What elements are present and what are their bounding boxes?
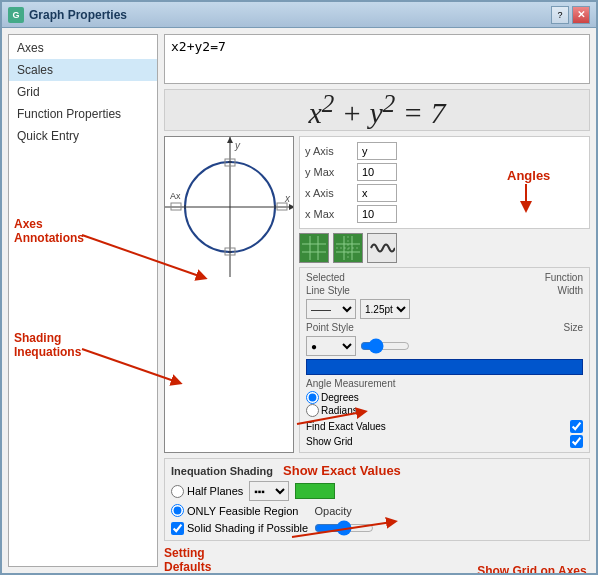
find-exact-values-checkbox-label[interactable]: Find Exact Values bbox=[306, 421, 386, 432]
radians-radio-label[interactable]: Radians bbox=[306, 404, 358, 417]
y-max-label: y Max bbox=[305, 166, 351, 178]
feasible-region-radio[interactable] bbox=[171, 504, 184, 517]
point-style-label: Point Style bbox=[306, 322, 354, 333]
icon-buttons-row bbox=[299, 233, 590, 263]
function-label: Function bbox=[545, 272, 583, 283]
radians-radio[interactable] bbox=[306, 404, 319, 417]
sidebar-item-axes[interactable]: Axes bbox=[9, 37, 157, 59]
app-icon: G bbox=[8, 7, 24, 23]
line-style-label: Line Style bbox=[306, 285, 350, 296]
grid-icon-button[interactable] bbox=[299, 233, 329, 263]
right-area: x2 + y2 = 7 x bbox=[164, 34, 590, 567]
svg-text:y: y bbox=[234, 140, 241, 151]
sidebar-item-function-properties[interactable]: Function Properties bbox=[9, 103, 157, 125]
footer-row: SettingDefaults Set As Default Show Grid… bbox=[164, 546, 590, 575]
graph-svg: x y Ax bbox=[165, 137, 294, 277]
title-bar: G Graph Properties ? ✕ bbox=[2, 2, 596, 28]
point-style-row: Point Style Size bbox=[306, 322, 583, 333]
color-bar[interactable] bbox=[306, 359, 583, 375]
line-style-section: Selected Function Line Style Width —— - … bbox=[299, 267, 590, 453]
shade-style-select[interactable]: ▪▪▪ bbox=[249, 481, 289, 501]
wave-icon-button[interactable] bbox=[367, 233, 397, 263]
svg-marker-2 bbox=[289, 204, 294, 210]
help-button[interactable]: ? bbox=[551, 6, 569, 24]
sidebar-item-quick-entry[interactable]: Quick Entry bbox=[9, 125, 157, 147]
sidebar-item-scales[interactable]: Scales bbox=[9, 59, 157, 81]
rendered-equation-area: x2 + y2 = 7 bbox=[164, 89, 590, 131]
y-axis-label: y Axis bbox=[305, 145, 351, 157]
window: G Graph Properties ? ✕ Axes Scales Grid … bbox=[0, 0, 598, 575]
size-label: Size bbox=[564, 322, 583, 333]
equation-input[interactable] bbox=[171, 39, 583, 54]
sidebar-item-grid[interactable]: Grid bbox=[9, 81, 157, 103]
line-width-select[interactable]: 1.25pt 1pt 2pt bbox=[360, 299, 410, 319]
title-buttons: ? ✕ bbox=[551, 6, 590, 24]
feasible-region-label[interactable]: ONLY Feasible Region bbox=[171, 504, 299, 517]
axis-settings: y Axis y Max x Axis x Max bbox=[299, 136, 590, 229]
width-label: Width bbox=[557, 285, 583, 296]
find-exact-values-checkbox[interactable] bbox=[570, 420, 583, 433]
svg-text:Ax: Ax bbox=[170, 191, 181, 201]
inequation-title: Inequation Shading bbox=[171, 465, 273, 477]
grid2-icon-button[interactable] bbox=[333, 233, 363, 263]
inequation-section: Inequation Shading Show Exact Values Hal… bbox=[164, 458, 590, 541]
solid-shading-label[interactable]: Solid Shading if Possible bbox=[171, 522, 308, 535]
size-slider[interactable] bbox=[360, 338, 410, 354]
x-axis-input[interactable] bbox=[357, 184, 397, 202]
selected-label: Selected bbox=[306, 272, 345, 283]
main-content: Axes Scales Grid Function Properties Qui… bbox=[2, 28, 596, 573]
sidebar: Axes Scales Grid Function Properties Qui… bbox=[8, 34, 158, 567]
controls-row: x y Ax bbox=[164, 136, 590, 453]
rendered-equation: x2 + y2 = 7 bbox=[308, 90, 445, 130]
svg-rect-16 bbox=[302, 236, 326, 260]
x-max-input[interactable] bbox=[357, 205, 397, 223]
x-axis-row: x Axis bbox=[305, 184, 584, 202]
close-button[interactable]: ✕ bbox=[572, 6, 590, 24]
y-axis-row: y Axis bbox=[305, 142, 584, 160]
show-grid-checkbox-label[interactable]: Show Grid bbox=[306, 436, 353, 447]
grid-icon bbox=[301, 235, 327, 261]
y-max-input[interactable] bbox=[357, 163, 397, 181]
x-axis-label: x Axis bbox=[305, 187, 351, 199]
x-max-label: x Max bbox=[305, 208, 351, 220]
solid-shading-checkbox[interactable] bbox=[171, 522, 184, 535]
svg-marker-3 bbox=[227, 137, 233, 143]
x-max-row: x Max bbox=[305, 205, 584, 223]
show-exact-values-annotation: Show Exact Values bbox=[283, 463, 401, 478]
angle-measurement-label: Angle Measurement bbox=[306, 378, 583, 389]
half-planes-radio[interactable] bbox=[171, 485, 184, 498]
svg-text:x: x bbox=[284, 193, 291, 204]
opacity-label: Opacity bbox=[315, 505, 352, 517]
opacity-slider[interactable] bbox=[314, 520, 374, 536]
wave-icon bbox=[369, 235, 395, 261]
equation-input-area bbox=[164, 34, 590, 84]
y-axis-input[interactable] bbox=[357, 142, 397, 160]
setting-defaults-annotation: SettingDefaults bbox=[164, 546, 256, 574]
y-max-row: y Max bbox=[305, 163, 584, 181]
show-grid-on-axes-annotation: Show Grid on Axes bbox=[477, 564, 587, 575]
graph-canvas: x y Ax bbox=[164, 136, 294, 453]
window-title: Graph Properties bbox=[29, 8, 127, 22]
line-style-select[interactable]: —— - - - ··· bbox=[306, 299, 356, 319]
green-color-swatch bbox=[295, 483, 335, 499]
degrees-radio-label[interactable]: Degrees bbox=[306, 391, 359, 404]
half-planes-label[interactable]: Half Planes bbox=[171, 485, 243, 498]
settings-panel: y Axis y Max x Axis x Max bbox=[299, 136, 590, 453]
show-grid-checkbox[interactable] bbox=[570, 435, 583, 448]
point-style-select[interactable]: ● ○ ■ bbox=[306, 336, 356, 356]
grid2-icon bbox=[335, 235, 361, 261]
degrees-radio[interactable] bbox=[306, 391, 319, 404]
line-style-row: Line Style Width bbox=[306, 285, 583, 296]
